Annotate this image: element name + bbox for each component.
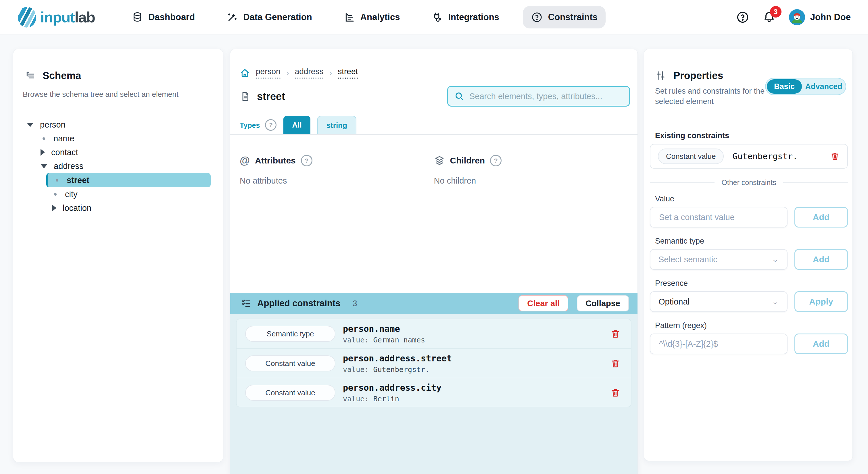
type-filter-tabs: Types All string [240, 116, 356, 134]
delete-constraint-icon[interactable] [610, 387, 621, 398]
schema-title: Schema [42, 70, 81, 81]
chevron-down-icon: ⌄ [772, 298, 779, 305]
applied-constraints-section: Applied constraints 3 Clear all Collapse… [230, 293, 638, 474]
logo-text: inputlab [40, 9, 95, 26]
breadcrumb-separator: › [286, 68, 289, 78]
help-button[interactable] [736, 11, 749, 24]
tree-item-person[interactable]: person [13, 118, 223, 132]
main-nav: Dashboard Data Generation Analytics Inte… [124, 6, 606, 28]
constraint-row: Semantic type person.name value: German … [237, 319, 631, 348]
user-menu[interactable]: John Doe [789, 9, 851, 25]
breadcrumb-separator: › [329, 68, 332, 78]
user-name: John Doe [810, 12, 851, 23]
types-help-icon[interactable] [265, 119, 277, 131]
nav-integrations[interactable]: Integrations [423, 6, 507, 28]
layers-icon [434, 155, 445, 166]
tree-item-location[interactable]: location [13, 201, 223, 215]
attributes-children-columns: @ Attributes No attributes Children No c… [240, 155, 628, 186]
notifications-button[interactable]: 3 [763, 11, 776, 24]
home-icon[interactable] [240, 68, 250, 78]
clear-all-button[interactable]: Clear all [519, 295, 568, 311]
semantic-type-select[interactable]: Select semantic ⌄ [650, 249, 787, 270]
pattern-regex-input[interactable] [658, 339, 779, 349]
constant-value-input[interactable] [658, 212, 779, 222]
nav-constraints[interactable]: Constraints [523, 6, 606, 28]
value-group: Value Add [650, 194, 848, 227]
children-title: Children [450, 156, 485, 165]
caret-right-icon[interactable] [40, 149, 45, 156]
logo-text-input: input [40, 9, 75, 26]
logo-text-lab: lab [75, 9, 95, 26]
constraint-type-pill: Semantic type [245, 326, 335, 342]
collapse-button[interactable]: Collapse [577, 295, 629, 311]
nav-label: Analytics [361, 12, 400, 23]
bar-chart-icon [344, 11, 355, 23]
other-constraints-divider: Other constraints [650, 179, 848, 187]
attributes-help-icon[interactable] [301, 155, 312, 166]
topbar-right: 3 John Doe [736, 9, 851, 25]
leaf-bullet-icon [56, 179, 58, 182]
sliders-icon [655, 70, 666, 81]
children-section: Children No children [434, 155, 628, 186]
tab-all[interactable]: All [283, 116, 310, 134]
children-help-icon[interactable] [490, 155, 501, 166]
schema-tree: person name contact address street city … [13, 118, 223, 215]
tree-item-name[interactable]: name [13, 132, 223, 145]
add-semantic-button[interactable]: Add [795, 249, 848, 270]
search-input[interactable] [469, 91, 623, 101]
delete-existing-constraint-icon[interactable] [830, 151, 840, 161]
children-empty-text: No children [434, 176, 628, 186]
types-label: Types [240, 121, 260, 130]
caret-right-icon[interactable] [52, 204, 56, 212]
delete-constraint-icon[interactable] [610, 358, 621, 369]
nav-label: Data Generation [243, 12, 312, 23]
breadcrumb: person › address › street [240, 67, 358, 79]
toggle-advanced[interactable]: Advanced [802, 82, 845, 91]
breadcrumb-address[interactable]: address [295, 67, 323, 79]
attributes-empty-text: No attributes [240, 176, 434, 186]
presence-select[interactable]: Optional ⌄ [650, 291, 787, 312]
breadcrumb-street[interactable]: street [338, 67, 358, 79]
attributes-title: Attributes [255, 156, 296, 165]
constraint-path: person.address.street [343, 353, 452, 364]
plug-icon [431, 11, 443, 23]
toggle-basic[interactable]: Basic [767, 79, 802, 94]
tree-item-city[interactable]: city [13, 187, 223, 201]
apply-presence-button[interactable]: Apply [795, 291, 848, 312]
add-pattern-button[interactable]: Add [795, 334, 848, 354]
search-box [447, 86, 630, 106]
nav-data-generation[interactable]: Data Generation [218, 6, 320, 28]
breadcrumb-person[interactable]: person [256, 67, 281, 79]
schema-subtitle: Browse the schema tree and select an ele… [23, 90, 179, 99]
search-icon [455, 91, 464, 101]
pattern-group: Pattern (regex) Add [650, 321, 848, 354]
constraint-path: person.name [343, 324, 425, 334]
database-icon [132, 11, 143, 23]
existing-constraint-value: Gutenbergstr. [732, 151, 798, 161]
tab-string[interactable]: string [317, 116, 356, 134]
constraint-value: value: Gutenbergstr. [343, 366, 452, 374]
properties-subtitle: Set rules and constraints for the select… [655, 86, 776, 107]
caret-down-icon[interactable] [40, 164, 48, 168]
delete-constraint-icon[interactable] [610, 329, 621, 339]
checklist-icon [241, 298, 251, 309]
nav-dashboard[interactable]: Dashboard [124, 6, 203, 28]
add-value-button[interactable]: Add [795, 207, 848, 227]
caret-down-icon[interactable] [27, 123, 34, 127]
tabs-divider [230, 134, 638, 135]
presence-group: Presence Optional ⌄ Apply [650, 279, 848, 312]
tree-item-address[interactable]: address [13, 159, 223, 173]
tree-item-contact[interactable]: contact [13, 145, 223, 159]
existing-constraints-heading: Existing constraints [655, 131, 729, 140]
value-label: Value [655, 194, 848, 203]
logo-ball-icon [18, 7, 36, 28]
pattern-label: Pattern (regex) [655, 321, 848, 330]
semantic-type-label: Semantic type [655, 237, 848, 246]
nav-analytics[interactable]: Analytics [336, 6, 408, 28]
tree-item-street-selected[interactable]: street [46, 173, 211, 187]
nav-label: Dashboard [148, 12, 195, 23]
app-logo[interactable]: inputlab [18, 7, 95, 28]
constraint-row: Constant value person.address.street val… [237, 348, 631, 378]
properties-title: Properties [674, 70, 723, 81]
applied-title: Applied constraints [257, 298, 340, 309]
